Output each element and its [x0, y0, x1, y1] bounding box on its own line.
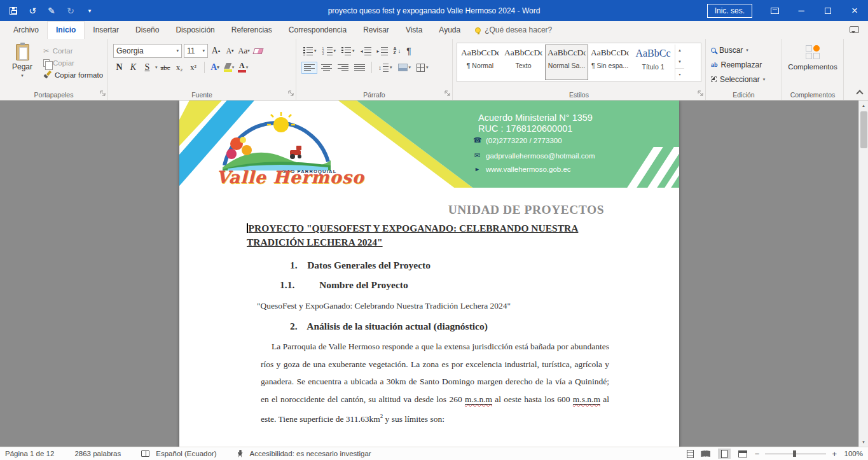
sign-in-button[interactable]: Inic. ses.: [707, 4, 752, 18]
read-mode-icon[interactable]: [699, 449, 712, 459]
format-painter-button[interactable]: Copiar formato: [43, 71, 103, 79]
shading-button[interactable]: ▾: [396, 62, 413, 73]
line-spacing-button[interactable]: ↕▾: [376, 62, 394, 73]
styles-scroll-up-icon[interactable]: ▲: [675, 45, 684, 56]
font-size-combo[interactable]: 11▾: [184, 44, 208, 58]
font-color-dropdown-icon[interactable]: ▾: [246, 65, 249, 70]
text-effects-button[interactable]: A▾: [209, 60, 221, 74]
tab-referencias[interactable]: Referencias: [223, 22, 280, 39]
underline-dropdown-icon[interactable]: ▾: [155, 65, 158, 70]
numbering-button[interactable]: 123▾: [320, 46, 338, 57]
bullets-button[interactable]: ▾: [301, 46, 319, 57]
zoom-slider-thumb[interactable]: [793, 450, 796, 457]
styles-dialog-launcher-icon[interactable]: [698, 89, 703, 98]
clear-formatting-button[interactable]: [252, 44, 264, 58]
tab-archivo[interactable]: Archivo: [5, 22, 47, 39]
justify-button[interactable]: [352, 62, 367, 73]
page-indicator[interactable]: Página 1 de 12: [5, 450, 54, 457]
redo-icon[interactable]: ↻: [66, 6, 75, 16]
body-paragraph[interactable]: La Parroquia de Valle Hermoso responde a…: [261, 338, 609, 428]
decrease-indent-button[interactable]: ◂: [359, 46, 373, 57]
zoom-level[interactable]: 100%: [843, 450, 863, 457]
style-sin-espaciado[interactable]: AaBbCcDc ¶ Sin espa...: [588, 45, 631, 80]
paste-button[interactable]: Pegar ▾: [5, 43, 39, 88]
tab-revisar[interactable]: Revisar: [355, 22, 397, 39]
customize-qat-icon[interactable]: ▾: [85, 8, 94, 14]
paste-dropdown-icon[interactable]: ▾: [21, 73, 24, 78]
font-name-dropdown-icon[interactable]: ▾: [174, 48, 179, 53]
undo-icon[interactable]: ↺: [28, 6, 37, 16]
focus-mode-icon[interactable]: [687, 450, 694, 458]
ribbon-display-options-icon[interactable]: [761, 0, 788, 21]
multilevel-list-button[interactable]: ▾: [340, 46, 357, 57]
tell-me-box[interactable]: ¿Qué desea hacer?: [469, 22, 558, 39]
tab-insertar[interactable]: Insertar: [85, 22, 127, 39]
print-layout-icon[interactable]: [718, 449, 731, 459]
show-paragraph-marks-button[interactable]: ¶: [404, 45, 413, 57]
accessibility-status[interactable]: Accesibilidad: es necesario investigar: [250, 450, 371, 457]
find-button[interactable]: Buscar▾: [711, 43, 779, 57]
vertical-scrollbar[interactable]: ▲ ▼: [858, 101, 868, 447]
tab-correspondencia[interactable]: Correspondencia: [280, 22, 355, 39]
bold-button[interactable]: N: [113, 60, 125, 74]
web-layout-icon[interactable]: [736, 449, 749, 459]
zoom-slider[interactable]: [765, 450, 826, 457]
save-icon[interactable]: [9, 7, 18, 15]
sort-button[interactable]: AZ↓: [392, 46, 403, 57]
change-case-button[interactable]: Aa▾: [238, 44, 250, 58]
heading-analisis-situacion[interactable]: 2. Análisis de la situación actual (diag…: [290, 321, 679, 332]
align-right-button[interactable]: [336, 62, 350, 73]
document-page[interactable]: GAD PARROQUIAL Valle Hermoso Acuerdo Min…: [179, 101, 679, 447]
style-normal[interactable]: AaBbCcDc ¶ Normal: [458, 45, 502, 80]
scrollbar-thumb[interactable]: [860, 111, 867, 148]
replace-button[interactable]: abReemplazar: [711, 57, 779, 72]
select-button[interactable]: Seleccionar▾: [711, 72, 779, 87]
project-name-quote[interactable]: "QuesoFest y ExpoGanado: Celebrando Nues…: [257, 301, 679, 311]
tab-inicio[interactable]: Inicio: [47, 21, 85, 39]
font-size-dropdown-icon[interactable]: ▾: [200, 48, 205, 53]
paragraph-dialog-launcher-icon[interactable]: [444, 89, 450, 98]
heading-datos-generales[interactable]: 1. Datos Generales del Proyecto: [290, 260, 679, 271]
style-normal-sa-selected[interactable]: AaBbCcDc Normal Sa...: [545, 45, 588, 80]
addins-button[interactable]: Complementos: [788, 43, 837, 88]
close-button[interactable]: ×: [841, 0, 868, 21]
project-title[interactable]: PROYECTO "QUESOFEST Y EXPOGANADO: CELEBR…: [247, 221, 609, 249]
borders-button[interactable]: ▾: [415, 62, 431, 73]
minimize-button[interactable]: ─: [788, 0, 815, 21]
scroll-down-icon[interactable]: ▼: [859, 437, 868, 447]
style-titulo-1[interactable]: AaBbCc Título 1: [631, 45, 675, 80]
italic-button[interactable]: K: [127, 60, 139, 74]
highlight-button[interactable]: ▾: [223, 60, 235, 74]
word-count[interactable]: 2863 palabras: [74, 450, 121, 457]
select-dropdown-icon[interactable]: ▾: [763, 77, 766, 82]
tab-disposicion[interactable]: Disposición: [167, 22, 223, 39]
align-left-button[interactable]: [301, 62, 317, 74]
superscript-button[interactable]: x²: [188, 60, 200, 74]
font-name-combo[interactable]: Georgia▾: [113, 44, 182, 58]
font-color-button[interactable]: A▾: [237, 60, 249, 74]
maximize-button[interactable]: [815, 0, 841, 21]
style-texto[interactable]: AaBbCcDc Texto: [502, 45, 545, 80]
editing-pen-icon[interactable]: ✎: [47, 6, 56, 16]
find-dropdown-icon[interactable]: ▾: [746, 48, 748, 53]
zoom-in-button[interactable]: +: [832, 449, 837, 459]
underline-button[interactable]: S: [141, 60, 153, 74]
align-center-button[interactable]: [319, 62, 334, 73]
grow-font-button[interactable]: A▴: [210, 44, 222, 58]
increase-indent-button[interactable]: ▸: [375, 46, 390, 57]
styles-scroll-down-icon[interactable]: ▼: [675, 56, 684, 67]
tab-diseno[interactable]: Diseño: [127, 22, 167, 39]
zoom-out-button[interactable]: −: [755, 449, 760, 459]
proofing-book-icon[interactable]: [141, 450, 149, 457]
tab-ayuda[interactable]: Ayuda: [431, 22, 469, 39]
strikethrough-button[interactable]: abc: [160, 60, 172, 74]
copy-button[interactable]: Copiar: [43, 59, 103, 67]
language-indicator[interactable]: Español (Ecuador): [156, 450, 216, 457]
scroll-up-icon[interactable]: ▲: [859, 101, 868, 110]
feedback-icon[interactable]: [850, 26, 859, 33]
heading-nombre-del-proyecto[interactable]: 1.1. Nombre del Proyecto: [280, 279, 679, 291]
shrink-font-button[interactable]: A▾: [224, 44, 236, 58]
subscript-button[interactable]: x₂: [174, 60, 186, 74]
highlight-dropdown-icon[interactable]: ▾: [232, 65, 235, 70]
cut-button[interactable]: ✂Cortar: [43, 46, 103, 55]
